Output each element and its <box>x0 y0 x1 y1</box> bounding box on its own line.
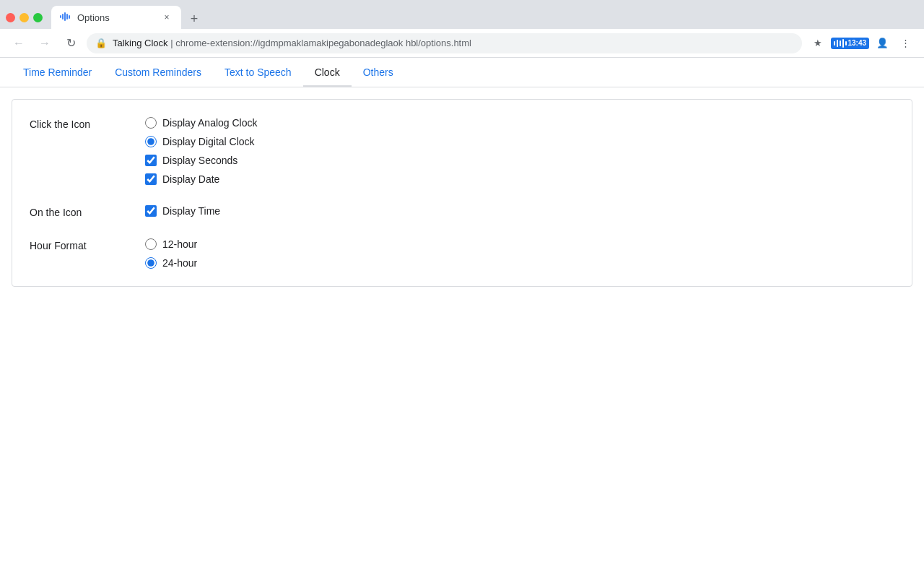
digital-clock-option[interactable]: Display Digital Clock <box>145 136 258 147</box>
profile-button[interactable]: 👤 <box>872 33 892 53</box>
address-actions: ★ 13:43 👤 ⋮ <box>808 33 915 53</box>
tab-text-to-speech[interactable]: Text to Speech <box>213 58 303 87</box>
maximize-button[interactable] <box>33 13 43 22</box>
12hour-label: 12-hour <box>162 238 197 250</box>
display-date-option[interactable]: Display Date <box>145 173 258 185</box>
on-icon-row: On the Icon Display Time <box>30 205 894 218</box>
click-icon-row: Click the Icon Display Analog Clock Disp… <box>30 117 894 185</box>
tab-time-reminder[interactable]: Time Reminder <box>12 58 103 87</box>
new-tab-button[interactable]: + <box>184 9 204 29</box>
display-seconds-label: Display Seconds <box>162 155 237 166</box>
lock-icon: 🔒 <box>95 38 107 48</box>
tab-clock[interactable]: Clock <box>303 58 352 87</box>
24hour-option[interactable]: 24-hour <box>145 257 197 269</box>
digital-clock-radio[interactable] <box>145 136 157 147</box>
hour-format-label: Hour Format <box>30 238 145 251</box>
address-bar: ← → ↻ 🔒 Talking Clock | chrome-extension… <box>0 29 924 58</box>
bookmark-button[interactable]: ★ <box>808 33 828 53</box>
12hour-radio[interactable] <box>145 238 157 250</box>
tab-close-button[interactable]: × <box>161 12 173 23</box>
page-content: Time Reminder Custom Reminders Text to S… <box>0 58 924 578</box>
display-time-option[interactable]: Display Time <box>145 205 220 217</box>
nav-tabs: Time Reminder Custom Reminders Text to S… <box>0 58 924 87</box>
digital-clock-label: Display Digital Clock <box>162 136 255 147</box>
24hour-radio[interactable] <box>145 257 157 269</box>
back-button[interactable]: ← <box>9 33 29 53</box>
display-seconds-option[interactable]: Display Seconds <box>145 155 258 166</box>
reload-button[interactable]: ↻ <box>61 33 81 53</box>
browser-tab[interactable]: Options × <box>51 6 181 29</box>
on-icon-label: On the Icon <box>30 205 145 218</box>
tab-bar: Options × + <box>51 6 918 29</box>
24hour-label: 24-hour <box>162 257 197 269</box>
on-icon-controls: Display Time <box>145 205 220 217</box>
tab-favicon-icon <box>60 12 71 23</box>
url-path: chrome-extension://igdmpmaklamakipegabon… <box>175 38 471 48</box>
display-date-checkbox[interactable] <box>145 173 157 185</box>
tab-title: Options <box>77 12 155 23</box>
display-seconds-checkbox[interactable] <box>145 155 157 166</box>
url-text: Talking Clock | chrome-extension://igdmp… <box>113 38 793 48</box>
minimize-button[interactable] <box>19 13 29 22</box>
display-date-label: Display Date <box>162 173 219 185</box>
window-controls <box>6 13 43 22</box>
12hour-option[interactable]: 12-hour <box>145 238 197 250</box>
analog-clock-label: Display Analog Clock <box>162 117 258 129</box>
click-icon-controls: Display Analog Clock Display Digital Clo… <box>145 117 258 185</box>
hour-format-row: Hour Format 12-hour 24-hour <box>30 238 894 269</box>
analog-clock-radio[interactable] <box>145 117 157 129</box>
tab-custom-reminders[interactable]: Custom Reminders <box>103 58 213 87</box>
display-time-checkbox[interactable] <box>145 205 157 217</box>
display-time-label: Display Time <box>162 205 220 217</box>
settings-panel: Click the Icon Display Analog Clock Disp… <box>12 99 912 287</box>
extension-icon <box>834 39 847 48</box>
menu-button[interactable]: ⋮ <box>895 33 915 53</box>
extension-badge: 13:43 <box>831 38 869 49</box>
close-button[interactable] <box>6 13 15 22</box>
tab-others[interactable]: Others <box>352 58 405 87</box>
click-icon-label: Click the Icon <box>30 117 145 130</box>
hour-format-controls: 12-hour 24-hour <box>145 238 197 269</box>
url-bar[interactable]: 🔒 Talking Clock | chrome-extension://igd… <box>87 33 802 53</box>
analog-clock-option[interactable]: Display Analog Clock <box>145 117 258 129</box>
forward-button[interactable]: → <box>35 33 55 53</box>
url-site: Talking Clock <box>113 38 168 48</box>
time-badge: 13:43 <box>847 39 866 47</box>
